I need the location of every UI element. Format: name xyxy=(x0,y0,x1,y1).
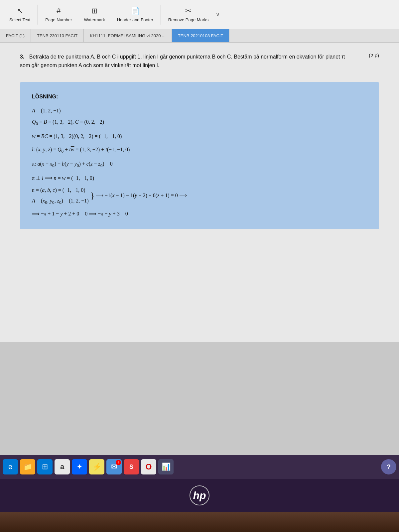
divider-1 xyxy=(38,5,38,25)
math-line-7-8: n = (a, b, c) = (−1, −1, 0) A = (x0, y0,… xyxy=(32,185,367,207)
mail-badge: 4 xyxy=(116,460,121,465)
page-number-button[interactable]: # Page Number xyxy=(39,4,78,25)
hp-logo: hp xyxy=(190,485,209,505)
taskbar-sms-icon[interactable]: S xyxy=(124,459,139,474)
math-line-6: π ⊥ l ⟹ n = w = (−1, −1, 0) xyxy=(32,173,367,184)
taskbar-dropbox-icon[interactable]: ✦ xyxy=(72,459,87,474)
taskbar: e 📁 ⊞ a ✦ ⚡ ✉ 4 S O 📊 ? xyxy=(0,455,399,479)
tab-tenb1[interactable]: TENB 230110 FACIT xyxy=(31,29,84,42)
problem-text: 3. Betrakta de tre punkterna A, B och C … xyxy=(20,53,356,69)
chevron-down-icon[interactable]: ∨ xyxy=(214,11,221,18)
math-content: A = (1, 2, −1) Q0 = B = (1, 3, −2), C = … xyxy=(32,105,367,219)
grid-icon: ⊞ xyxy=(91,7,97,15)
header-footer-button[interactable]: 📄 Header and Footer xyxy=(111,4,159,25)
content-area: 3. Betrakta de tre punkterna A, B och C … xyxy=(0,43,399,342)
solution-box: LÖSNING: A = (1, 2, −1) Q0 = B = (1, 3, … xyxy=(20,82,379,229)
taskbar-folder-icon[interactable]: 📁 xyxy=(20,459,35,474)
remove-marks-label: Remove Page Marks xyxy=(168,17,208,22)
hash-icon: # xyxy=(57,7,61,15)
tab-tenb2[interactable]: TENB 20210108 FACIT xyxy=(172,29,230,42)
math-line-5: π: a(x − x0) + b(y − y0) + c(z − z0) = 0 xyxy=(32,159,367,170)
math-line-4: l: (x, y, z) = Q0 + tw = (1, 3, −2) + t(… xyxy=(32,144,367,156)
taskbar-opera-icon[interactable]: O xyxy=(141,459,156,474)
tabbar: FACIT (1) TENB 230110 FACIT KH1111_FORME… xyxy=(0,29,399,43)
toolbar: ↖ Select Text # Page Number ⊞ Watermark … xyxy=(0,0,399,29)
header-footer-label: Header and Footer xyxy=(117,17,153,22)
points-label: (2 p) xyxy=(369,53,379,58)
cursor-icon: ↖ xyxy=(17,7,23,15)
select-text-label: Select Text xyxy=(9,17,30,22)
hp-logo-area: hp xyxy=(0,479,399,512)
bottom-bezel xyxy=(0,512,399,532)
taskbar-anki-icon[interactable]: a xyxy=(55,459,70,474)
solution-title: LÖSNING: xyxy=(32,91,367,102)
page-number-label: Page Number xyxy=(45,17,72,22)
math-line-3: w = BC = (1, 3, −2)(0, 2, −2) = (−1, −1,… xyxy=(32,131,367,142)
taskbar-lightning-icon[interactable]: ⚡ xyxy=(89,459,104,474)
problem-row: 3. Betrakta de tre punkterna A, B och C … xyxy=(20,53,379,79)
problem-number: 3. xyxy=(20,54,24,60)
watermark-label: Watermark xyxy=(84,17,105,22)
taskbar-chart-icon[interactable]: 📊 xyxy=(158,459,174,474)
taskbar-edge-icon[interactable]: e xyxy=(3,459,18,474)
math-line-2: Q0 = B = (1, 3, −2), C = (0, 2, −2) xyxy=(32,117,367,128)
divider-2 xyxy=(161,5,161,25)
scissors-icon: ✂ xyxy=(185,7,191,15)
doc-icon: 📄 xyxy=(131,7,140,15)
math-line-9: ⟹ −x + 1 − y + 2 + 0 = 0 ⟹ −x − y + 3 = … xyxy=(32,208,367,219)
math-line-1: A = (1, 2, −1) xyxy=(32,105,367,116)
select-text-button[interactable]: ↖ Select Text xyxy=(3,4,36,25)
tab-kh[interactable]: KH1111_FORMELSAMLING vt 2020 ... xyxy=(84,29,172,42)
remove-marks-button[interactable]: ✂ Remove Page Marks xyxy=(162,4,214,25)
taskbar-mail-icon[interactable]: ✉ 4 xyxy=(106,459,122,474)
tab-facit1[interactable]: FACIT (1) xyxy=(0,29,31,42)
watermark-button[interactable]: ⊞ Watermark xyxy=(78,4,111,25)
taskbar-windows-icon[interactable]: ⊞ xyxy=(37,459,53,474)
taskbar-help-icon[interactable]: ? xyxy=(381,459,396,474)
